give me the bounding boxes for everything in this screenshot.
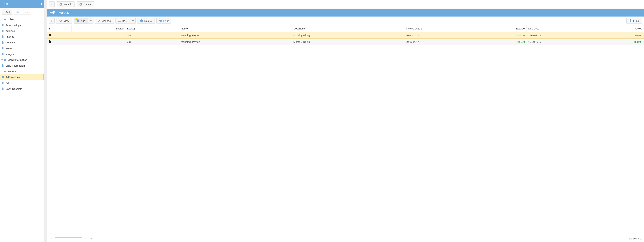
col-lookup[interactable]: Lookup: [125, 25, 179, 32]
add-dropdown[interactable]: [88, 18, 94, 24]
pager: 〈 〉: [50, 237, 88, 241]
next-page-icon[interactable]: 〉: [84, 237, 88, 241]
delete-button[interactable]: Delete: [137, 18, 154, 24]
grid-footer: 〈 〉 ⟳ Total count: 2: [47, 235, 644, 242]
refresh-icon[interactable]: ⟳: [90, 237, 92, 241]
do-label: Do...: [122, 19, 128, 22]
help-button[interactable]: ?: [49, 1, 54, 7]
file-icon: [1, 47, 4, 49]
table-row[interactable]: 42 301 Manning, Peyton Monthly Billing 1…: [47, 32, 644, 38]
tree-node-child-info[interactable]: Child Information: [0, 63, 44, 68]
splitter[interactable]: [44, 0, 47, 242]
col-label: Invoice Date: [406, 27, 420, 30]
cell-st: [47, 32, 72, 38]
delete-label: Delete: [144, 19, 152, 22]
cell-st: [47, 38, 72, 45]
tree-node-phones[interactable]: Phones: [0, 34, 44, 39]
file-icon: [1, 53, 4, 55]
col-owed[interactable]: Owed: [590, 25, 644, 32]
horizontal-scrollbar[interactable]: [55, 238, 82, 240]
view-button[interactable]: View: [56, 18, 72, 24]
tree-label: Relationships: [6, 24, 21, 26]
tree-label: Notes: [6, 47, 12, 50]
cell-name: Manning, Peyton: [179, 32, 292, 38]
eye-icon: [59, 20, 62, 22]
cell-owed: 898.00: [590, 38, 644, 45]
tree-node-notes[interactable]: Notes: [0, 45, 44, 51]
tree-node-contacts[interactable]: Contacts: [0, 39, 44, 45]
tree-node-cash-receipts[interactable]: Cash Receipts: [0, 86, 44, 92]
sidebar-delete-label: Delete: [22, 11, 29, 13]
excel-icon: x: [629, 19, 632, 22]
col-label: Owed: [636, 27, 642, 30]
change-button[interactable]: Change: [95, 18, 114, 24]
page-header: A/R Invoices: [47, 9, 644, 16]
prev-page-icon[interactable]: 〈: [50, 237, 52, 241]
file-icon: [2, 76, 4, 78]
tree-node-client[interactable]: Client: [0, 16, 44, 22]
invoice-grid: St Invoice Lookup Name Description Invoi…: [47, 25, 644, 45]
tree-label: Images: [6, 53, 14, 55]
page-title: A/R Invoices: [50, 11, 69, 15]
add-label: Add: [81, 19, 85, 22]
do-dropdown[interactable]: [130, 18, 136, 24]
cell-balance: 328.00: [473, 32, 527, 38]
tree-label: Client: [8, 18, 14, 21]
add-button-group: Add ☝: [74, 18, 94, 24]
folder-open-icon: [4, 18, 6, 20]
col-name[interactable]: Name: [179, 25, 292, 32]
change-label: Change: [102, 19, 111, 22]
tree-node-address[interactable]: Address: [0, 28, 44, 34]
file-icon: [1, 30, 4, 32]
tree-label: Cash Receipts: [6, 87, 22, 90]
col-st[interactable]: St: [47, 25, 72, 32]
printer-icon: [159, 19, 162, 22]
main: ? Submit Cancel A/R Invoices ? View Add …: [47, 0, 644, 242]
file-icon: [1, 64, 4, 67]
cell-due-date: 10-30-2017: [526, 38, 590, 45]
tree-node-ar-invoices[interactable]: A/R Invoices: [0, 74, 44, 80]
tree-label: A/R Invoices: [6, 76, 20, 79]
tree-node-bills[interactable]: Bills: [0, 80, 44, 86]
table-row[interactable]: 37 301 Manning, Peyton Monthly Billing 0…: [47, 38, 644, 45]
sidebar-header: Tabs: [0, 0, 44, 8]
col-invoice-date[interactable]: Invoice Date↓: [404, 25, 473, 32]
col-due-date[interactable]: Due Date: [526, 25, 590, 32]
help-button[interactable]: ?: [49, 18, 54, 24]
cell-due-date: 11-30-2017: [526, 32, 590, 38]
col-description[interactable]: Description: [292, 25, 404, 32]
tree-label: History: [8, 70, 16, 73]
col-label: Balance: [516, 27, 524, 30]
folder-icon: [16, 11, 19, 13]
col-label: St: [49, 27, 51, 30]
sidebar-title: Tabs: [2, 2, 8, 6]
submit-button[interactable]: Submit: [56, 1, 74, 7]
tree-label: Contacts: [6, 41, 16, 44]
plus-circle-icon: [76, 19, 79, 22]
tree-node-relationships[interactable]: Relationships: [0, 22, 44, 28]
print-button[interactable]: Print: [156, 18, 172, 24]
cell-invoice: 42: [72, 32, 125, 38]
document-icon: [49, 40, 51, 43]
do-button-group: Do...: [116, 18, 136, 24]
caret-down-icon: [90, 20, 92, 21]
col-invoice[interactable]: Invoice: [72, 25, 125, 32]
file-icon: [1, 82, 4, 84]
excel-button[interactable]: x Excel: [626, 18, 642, 24]
col-label: Name: [181, 27, 188, 30]
tree-node-images[interactable]: Images: [0, 51, 44, 57]
cancel-button[interactable]: Cancel: [76, 1, 94, 7]
add-button[interactable]: Add: [74, 18, 88, 24]
submit-label: Submit: [64, 3, 72, 6]
tree-label: Child Information: [8, 58, 27, 61]
svg-text:x: x: [630, 20, 631, 22]
grid-wrap: St Invoice Lookup Name Description Invoi…: [47, 25, 644, 235]
sidebar-add-button[interactable]: Add: [2, 9, 12, 15]
collapse-left-icon[interactable]: [41, 3, 42, 5]
caret-down-icon: [1, 71, 3, 72]
cell-description: Monthly Billing: [292, 38, 404, 45]
tree-node-child-info-folder[interactable]: Child Information: [0, 57, 44, 63]
do-button[interactable]: Do...: [116, 18, 130, 24]
tree-node-history[interactable]: History: [0, 68, 44, 74]
col-balance[interactable]: Balance: [473, 25, 527, 32]
